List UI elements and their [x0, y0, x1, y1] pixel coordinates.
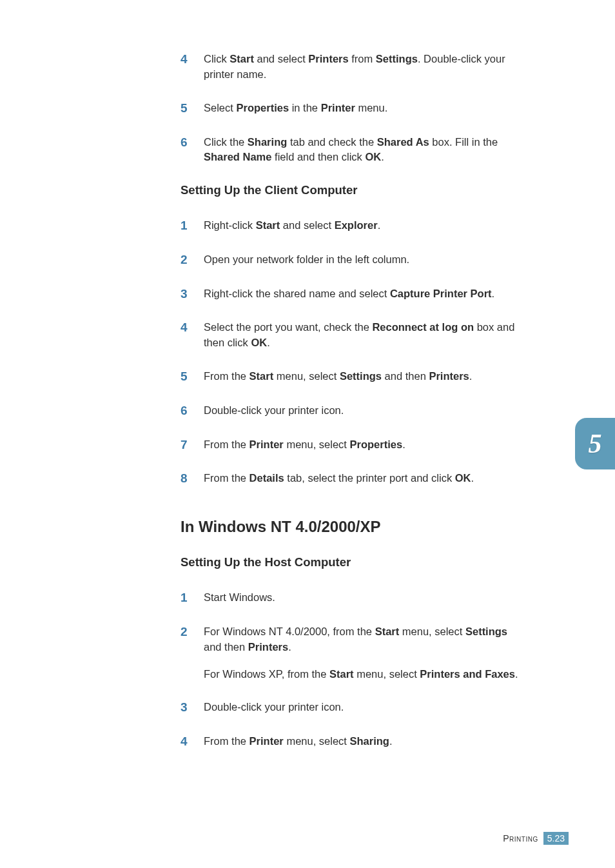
step-item: 7From the Printer menu, select Propertie… [181, 437, 518, 453]
footer-page-number: 5.23 [543, 832, 569, 845]
step-number: 6 [181, 135, 204, 151]
step-text: Click Start and select Printers from Set… [204, 52, 518, 83]
subheading-client: Setting Up the Client Computer [181, 183, 518, 197]
step-item: 3Right-click the shared name and select … [181, 286, 518, 302]
step-text: Double-click your printer icon. [204, 403, 344, 419]
step-item: 4From the Printer menu, select Sharing. [181, 734, 518, 750]
step-list-host-nt: 1Start Windows.2For Windows NT 4.0/2000,… [181, 590, 518, 750]
step-number: 8 [181, 471, 204, 487]
step-number: 2 [181, 252, 204, 268]
step-item: 8From the Details tab, select the printe… [181, 471, 518, 487]
step-item: 6Click the Sharing tab and check the Sha… [181, 135, 518, 166]
step-text: For Windows NT 4.0/2000, from the Start … [204, 624, 518, 682]
step-text: Click the Sharing tab and check the Shar… [204, 135, 518, 166]
step-number: 3 [181, 700, 204, 716]
step-text: Start Windows. [204, 590, 275, 606]
step-item: 2For Windows NT 4.0/2000, from the Start… [181, 624, 518, 682]
step-item: 6Double-click your printer icon. [181, 403, 518, 419]
step-item: 4Click Start and select Printers from Se… [181, 52, 518, 83]
step-text: Right-click the shared name and select C… [204, 286, 494, 302]
step-number: 7 [181, 437, 204, 453]
step-number: 5 [181, 101, 204, 117]
step-number: 6 [181, 403, 204, 419]
step-number: 2 [181, 624, 204, 640]
step-item: 5From the Start menu, select Settings an… [181, 369, 518, 385]
step-item: 5Select Properties in the Printer menu. [181, 101, 518, 117]
step-item: 1Right-click Start and select Explorer. [181, 218, 518, 234]
step-text: From the Printer menu, select Sharing. [204, 734, 393, 749]
step-text: Open your network folder in the left col… [204, 252, 409, 268]
chapter-number: 5 [589, 428, 602, 459]
step-text: Select Properties in the Printer menu. [204, 101, 387, 116]
step-text: From the Details tab, select the printer… [204, 471, 474, 486]
step-text: Right-click Start and select Explorer. [204, 218, 380, 233]
step-number: 3 [181, 286, 204, 302]
step-item: 3Double-click your printer icon. [181, 700, 518, 716]
step-number: 4 [181, 52, 204, 68]
step-text: From the Start menu, select Settings and… [204, 369, 472, 384]
step-number: 1 [181, 590, 204, 606]
step-text: From the Printer menu, select Properties… [204, 437, 405, 453]
step-item: 4Select the port you want, check the Rec… [181, 320, 518, 351]
step-number: 5 [181, 369, 204, 385]
step-number: 4 [181, 320, 204, 336]
footer-section-label: Printing [503, 833, 538, 843]
chapter-tab: 5 [575, 418, 615, 469]
step-number: 4 [181, 734, 204, 750]
step-text: Select the port you want, check the Reco… [204, 320, 518, 351]
step-list-client: 1Right-click Start and select Explorer.2… [181, 218, 518, 487]
section-heading-nt2000xp: In Windows NT 4.0/2000/XP [181, 518, 518, 536]
subheading-host-nt: Setting Up the Host Computer [181, 555, 518, 569]
step-text: Double-click your printer icon. [204, 700, 344, 715]
page-content: 4Click Start and select Printers from Se… [0, 0, 615, 750]
page-footer: Printing 5.23 [503, 832, 569, 845]
step-number: 1 [181, 218, 204, 234]
step-item: 2Open your network folder in the left co… [181, 252, 518, 268]
step-item: 1Start Windows. [181, 590, 518, 606]
step-list-host-win9x-cont: 4Click Start and select Printers from Se… [181, 52, 518, 165]
